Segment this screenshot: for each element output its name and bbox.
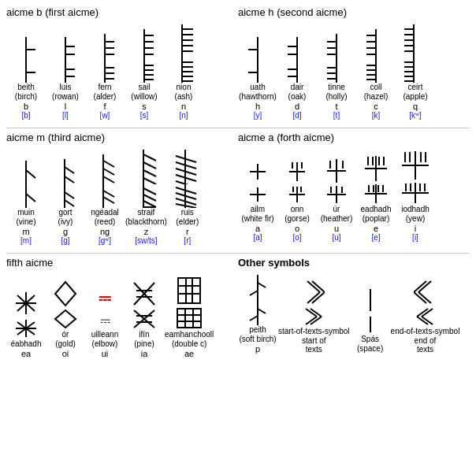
svg-line-81 — [26, 170, 35, 178]
symbol-dair: dair(oak) d [d] — [278, 37, 316, 120]
symbol-eamhanchooll: eamhanchooll(double c) ae — [165, 275, 214, 358]
symbol-ceirt: ceirt(apple) q [kʷ] — [396, 24, 434, 120]
symbol-peith: peith(soft birch) p — [239, 275, 277, 354]
fifth-aicme-title: fifth aicme — [6, 257, 238, 269]
symbol-onn: onn(gorse) o [o] — [278, 159, 316, 242]
symbol-start-of-texts: start-of-texts-symbol start oftexts — [278, 278, 350, 354]
svg-line-88 — [65, 192, 74, 198]
svg-line-85 — [65, 167, 74, 173]
symbol-ailm: ailm(white fir) a [a] — [239, 159, 277, 242]
symbol-ruis: ruis(elder) r [r] — [169, 150, 206, 245]
svg-line-195 — [258, 283, 266, 287]
svg-line-95 — [103, 191, 114, 197]
fifth-aicme-section: fifth aicme éabhadh ea — [6, 257, 238, 363]
other-symbols-title: Other symbols — [238, 257, 470, 269]
symbol-tinne: tinne(holly) t [t] — [318, 34, 355, 120]
aicme-a-section: aicme a (forth aicme) ailm(white fir) a … — [238, 132, 470, 250]
symbol-or: ór(gold) oi — [46, 280, 84, 358]
svg-line-101 — [143, 178, 156, 184]
symbol-muin: muin(vine) m [m] — [7, 161, 45, 245]
symbol-sail: sail(willow) s [s] — [125, 29, 163, 120]
aicme-a-title: aicme a (forth aicme) — [238, 132, 470, 143]
svg-line-89 — [65, 200, 74, 206]
symbol-eabhadh: éabhadh ea — [7, 289, 45, 358]
aicme-m-title: aicme m (third aicme) — [6, 132, 238, 143]
aicme-h-section: aicme h (second aicme) uath(hawthorn) h … — [238, 6, 470, 124]
divider-2 — [6, 253, 470, 254]
svg-rect-189 — [177, 309, 201, 328]
symbol-gort: gort(ivy) g [g] — [46, 159, 84, 245]
svg-line-92 — [103, 169, 114, 175]
symbol-coll: coll(hazel) c [k] — [357, 29, 395, 120]
aicme-b-section: aicme b (first aicme) beith(birch) b [b] — [6, 6, 238, 124]
aicme-m-section: aicme m (third aicme) muin(vine) m [m] — [6, 132, 238, 250]
symbol-ngeadal: ngéadal(reed) ng [gʷ] — [86, 154, 124, 245]
svg-line-91 — [103, 161, 114, 167]
symbol-iodhadh: iodhadh(yew) i [i] — [396, 150, 434, 242]
svg-line-93 — [103, 176, 114, 183]
symbol-uilleann: ⎓ ⎓ uilleann(elbow) ui — [86, 286, 124, 358]
svg-line-103 — [143, 188, 156, 195]
svg-rect-184 — [178, 278, 200, 303]
page-container: aicme b (first aicme) beith(birch) b [b] — [6, 6, 470, 363]
svg-line-104 — [143, 195, 156, 201]
other-symbols-section: Other symbols peith(soft birch) p — [238, 257, 470, 363]
symbol-end-of-texts: end-of-texts-symbol end oftexts — [391, 278, 460, 354]
svg-marker-174 — [55, 282, 76, 306]
symbol-uath: uath(hawthorn) h [y] — [239, 37, 277, 120]
symbol-straif: straif(blackthorn) z [sw/ts] — [125, 150, 167, 245]
symbol-spas: Spás(space) — [351, 286, 389, 354]
svg-line-100 — [143, 170, 156, 176]
symbol-nion: nion(ash) n [n] — [165, 24, 203, 120]
svg-line-105 — [143, 201, 156, 207]
symbol-ur: úr(heather) u [u] — [318, 158, 355, 242]
symbol-ifin: ifín(pine) ia — [125, 280, 163, 358]
svg-line-99 — [143, 162, 156, 169]
symbol-fern: fern(alder) f [w] — [86, 34, 124, 120]
aicme-h-title: aicme h (second aicme) — [238, 6, 470, 18]
svg-line-196 — [250, 291, 258, 295]
svg-line-98 — [143, 154, 156, 161]
svg-marker-175 — [55, 310, 76, 328]
symbol-beith: beith(birch) b [b] — [7, 37, 45, 120]
svg-line-96 — [103, 197, 114, 203]
svg-line-83 — [26, 194, 35, 202]
aicme-b-title: aicme b (first aicme) — [6, 6, 238, 18]
svg-line-199 — [250, 316, 258, 321]
symbol-luis: luis(rowan) l [l] — [46, 37, 84, 120]
symbol-eadhadh: eadhadh(poplar) e [e] — [357, 154, 395, 242]
divider-1 — [6, 128, 470, 128]
svg-line-198 — [258, 309, 266, 313]
svg-line-86 — [65, 176, 74, 183]
